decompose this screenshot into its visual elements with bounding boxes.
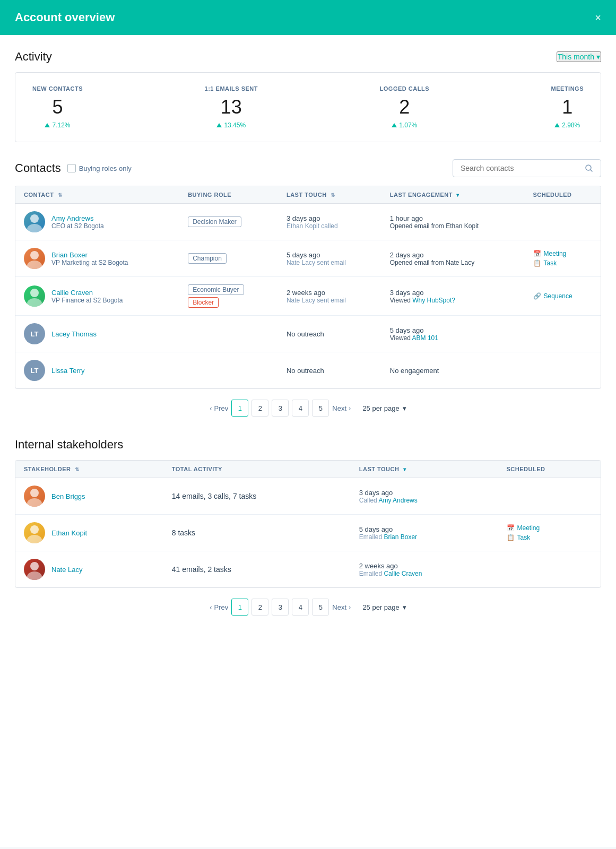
col-total-activity: TOTAL ACTIVITY: [163, 461, 351, 478]
stakeholders-table-header: STAKEHOLDER ⇅ TOTAL ACTIVITY LAST TOUCH …: [15, 461, 601, 478]
contact-name[interactable]: Callie Craven: [51, 289, 123, 297]
table-row: LT Lissa Terry No outreach No engagement: [15, 352, 601, 389]
page-button-5[interactable]: 5: [312, 400, 329, 417]
prev-page-button[interactable]: ‹ Prev: [210, 404, 228, 412]
avatar: [24, 486, 45, 507]
contact-name[interactable]: Lissa Terry: [51, 367, 85, 375]
role-tag: Champion: [188, 253, 227, 264]
last-engagement-cell: 2 days ago Opened email from Nate Lacy: [381, 240, 525, 277]
contacts-pagination: ‹ Prev 1 2 3 4 5 Next › 25 per page ▾: [15, 400, 601, 417]
prev-page-button[interactable]: ‹ Prev: [210, 603, 228, 611]
last-touch-cell: 3 days ago Ethan Kopit called: [278, 204, 381, 240]
page-button-1[interactable]: 1: [231, 400, 248, 417]
contact-name[interactable]: Lacey Thomas: [51, 330, 97, 338]
contacts-title: Contacts: [15, 161, 61, 175]
svg-point-11: [27, 535, 42, 543]
page-button-3[interactable]: 3: [272, 400, 289, 417]
buying-role-cell: Economic Buyer Blocker: [179, 277, 278, 316]
stakeholder-name[interactable]: Nate Lacy: [51, 566, 83, 574]
last-touch-cell: 2 weeks ago Emailed Callie Craven: [351, 551, 498, 588]
col-last-engagement[interactable]: LAST ENGAGEMENT ▾: [381, 186, 525, 204]
activity-section-header: Activity This month ▾: [15, 50, 601, 64]
buying-roles-filter[interactable]: Buying roles only: [67, 164, 132, 172]
page-button-2[interactable]: 2: [251, 400, 268, 417]
per-page-selector[interactable]: 25 per page ▾: [362, 603, 406, 611]
stakeholders-table: STAKEHOLDER ⇅ TOTAL ACTIVITY LAST TOUCH …: [15, 461, 601, 587]
calendar-icon: 📅: [507, 524, 515, 532]
table-row: Brian Boxer VP Marketing at S2 Bogota Ch…: [15, 240, 601, 277]
stakeholders-table-container: STAKEHOLDER ⇅ TOTAL ACTIVITY LAST TOUCH …: [15, 460, 601, 588]
contact-cell: Amy Andrews CEO at S2 Bogota: [24, 211, 171, 232]
stakeholders-pagination: ‹ Prev 1 2 3 4 5 Next › 25 per page ▾: [15, 599, 601, 616]
chevron-left-icon: ‹: [210, 404, 212, 412]
page-button-5[interactable]: 5: [312, 599, 329, 616]
role-tag: Economic Buyer: [188, 284, 244, 295]
close-icon[interactable]: ×: [595, 12, 601, 24]
buying-roles-checkbox[interactable]: [67, 164, 76, 172]
last-touch-cell: 5 days ago Emailed Brian Boxer: [351, 515, 498, 551]
sequence-icon: 🔗: [533, 292, 541, 300]
stakeholder-name[interactable]: Ethan Kopit: [51, 529, 87, 537]
avatar: LT: [24, 323, 45, 344]
last-touch-cell: 2 weeks ago Nate Lacy sent email: [278, 277, 381, 316]
svg-point-9: [27, 498, 42, 507]
contact-name[interactable]: Brian Boxer: [51, 251, 128, 259]
internal-stakeholders-title: Internal stakeholders: [15, 438, 601, 452]
svg-point-4: [30, 251, 39, 259]
page-button-2[interactable]: 2: [251, 599, 268, 616]
next-page-button[interactable]: Next ›: [332, 603, 351, 611]
contact-name[interactable]: Amy Andrews: [51, 214, 104, 222]
last-touch-cell: No outreach: [278, 316, 381, 352]
metric-meetings: MEETINGS 1 2.98%: [551, 85, 584, 129]
contact-subtitle: VP Finance at S2 Bogota: [51, 297, 123, 304]
scheduled-cell: [498, 551, 601, 588]
svg-point-2: [30, 214, 39, 223]
trend-up-icon: [554, 123, 560, 127]
activity-title: Activity: [15, 50, 52, 64]
page-button-3[interactable]: 3: [272, 599, 289, 616]
table-row: Ethan Kopit 8 tasks 5 days ago Emailed B…: [15, 515, 601, 551]
stakeholder-cell: Ben Briggs: [24, 486, 155, 507]
total-activity-cell: 14 emails, 3 calls, 7 tasks: [163, 478, 351, 515]
last-engagement-cell: 5 days ago Viewed ABM 101: [381, 316, 525, 352]
chevron-right-icon: ›: [349, 603, 351, 611]
contacts-search-box[interactable]: [453, 159, 601, 177]
task-icon: 📋: [507, 534, 515, 541]
svg-line-1: [591, 170, 593, 172]
contact-subtitle: CEO at S2 Bogota: [51, 222, 104, 230]
page-button-1[interactable]: 1: [231, 599, 248, 616]
chevron-down-icon: ▾: [403, 603, 406, 611]
svg-point-3: [27, 224, 42, 232]
sort-icon: ⇅: [58, 192, 63, 198]
table-row: Callie Craven VP Finance at S2 Bogota Ec…: [15, 277, 601, 316]
total-activity-cell: 8 tasks: [163, 515, 351, 551]
contacts-section-header: Contacts Buying roles only: [15, 159, 601, 177]
this-month-filter[interactable]: This month ▾: [557, 51, 601, 62]
stakeholder-cell: Ethan Kopit: [24, 522, 155, 543]
role-tag-blocker: Blocker: [188, 297, 219, 308]
per-page-selector[interactable]: 25 per page ▾: [362, 404, 406, 412]
metric-logged-calls: LOGGED CALLS 2 1.07%: [380, 85, 429, 129]
svg-point-12: [30, 562, 39, 570]
trend-up-icon: [392, 123, 397, 127]
col-contact[interactable]: CONTACT ⇅: [15, 186, 179, 204]
avatar: [24, 248, 45, 269]
table-row: Amy Andrews CEO at S2 Bogota Decision Ma…: [15, 204, 601, 240]
chevron-down-icon: ▾: [596, 53, 600, 61]
internal-stakeholders-section: Internal stakeholders STAKEHOLDER ⇅ TOTA…: [15, 438, 601, 616]
col-stakeholder[interactable]: STAKEHOLDER ⇅: [15, 461, 163, 478]
svg-point-10: [30, 525, 39, 534]
search-input[interactable]: [461, 164, 580, 172]
page-button-4[interactable]: 4: [292, 599, 309, 616]
col-buying-role: BUYING ROLE: [179, 186, 278, 204]
col-last-touch[interactable]: LAST TOUCH ⇅: [278, 186, 381, 204]
stakeholder-name[interactable]: Ben Briggs: [51, 492, 85, 500]
avatar: [24, 559, 45, 580]
next-page-button[interactable]: Next ›: [332, 404, 351, 412]
avatar: [24, 285, 45, 307]
col-last-touch[interactable]: LAST TOUCH ▾: [351, 461, 498, 478]
main-content: Activity This month ▾ NEW CONTACTS 5 7.1…: [0, 35, 616, 847]
col-scheduled: SCHEDULED: [525, 186, 601, 204]
page-button-4[interactable]: 4: [292, 400, 309, 417]
calendar-icon: 📅: [533, 250, 541, 257]
